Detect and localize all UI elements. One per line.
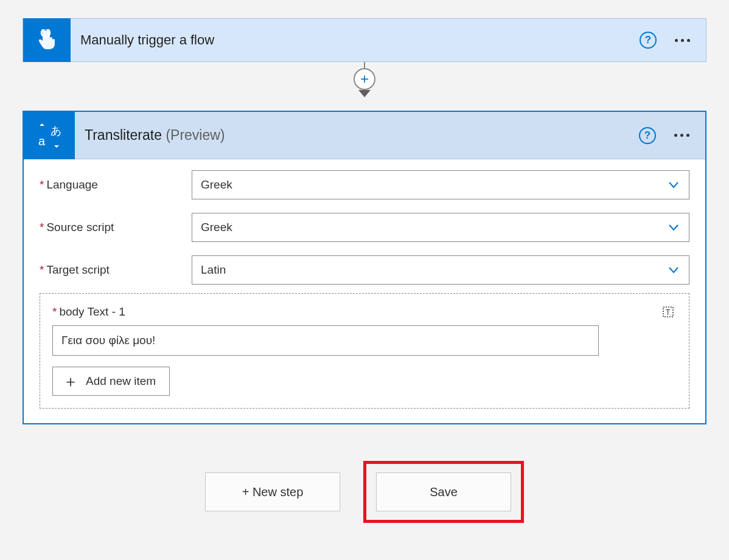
insert-step-button[interactable]: + — [354, 68, 375, 90]
action-card: あ a Transliterate (Preview) ? *Language — [23, 111, 706, 424]
switch-mode-icon[interactable]: T — [660, 303, 677, 320]
required-indicator: * — [40, 178, 44, 191]
body-text-input[interactable] — [52, 325, 599, 356]
required-indicator: * — [40, 221, 44, 233]
flow-connector: + — [23, 62, 706, 111]
save-button[interactable]: Save — [376, 472, 511, 511]
translator-icon: あ a — [24, 112, 75, 159]
body-text-label: body Text - 1 — [59, 305, 125, 318]
field-target-script: *Target script Latin — [40, 255, 689, 285]
required-indicator: * — [52, 305, 57, 318]
plus-icon: ＋ — [63, 373, 78, 389]
field-language: *Language Greek — [40, 170, 689, 199]
target-script-select[interactable]: Latin — [192, 255, 689, 285]
chevron-down-icon — [667, 178, 680, 192]
language-label: Language — [46, 178, 98, 191]
source-script-select[interactable]: Greek — [192, 213, 689, 242]
help-icon[interactable]: ? — [640, 32, 657, 49]
svg-text:a: a — [38, 134, 46, 148]
trigger-card[interactable]: Manually trigger a flow ? — [23, 18, 706, 62]
more-menu-icon[interactable] — [673, 130, 691, 140]
save-highlight-box: Save — [363, 461, 524, 523]
target-script-label: Target script — [46, 263, 109, 276]
field-source-script: *Source script Greek — [40, 213, 689, 242]
language-select[interactable]: Greek — [192, 170, 689, 199]
svg-text:あ: あ — [51, 125, 61, 137]
body-text-item: *body Text - 1 T ＋ Add new item — [40, 293, 689, 409]
add-item-button[interactable]: ＋ Add new item — [52, 367, 170, 396]
chevron-down-icon — [667, 221, 680, 234]
svg-text:T: T — [666, 308, 671, 317]
source-script-label: Source script — [46, 221, 114, 233]
trigger-title: Manually trigger a flow — [71, 32, 640, 48]
chevron-down-icon — [667, 263, 680, 277]
action-title: Transliterate (Preview) — [75, 127, 639, 143]
manual-trigger-icon — [23, 18, 71, 62]
more-menu-icon[interactable] — [674, 35, 691, 46]
action-header[interactable]: あ a Transliterate (Preview) ? — [24, 112, 705, 159]
new-step-button[interactable]: + New step — [205, 472, 340, 511]
bottom-actions: + New step Save — [23, 461, 706, 523]
required-indicator: * — [40, 263, 44, 276]
help-icon[interactable]: ? — [639, 127, 656, 144]
